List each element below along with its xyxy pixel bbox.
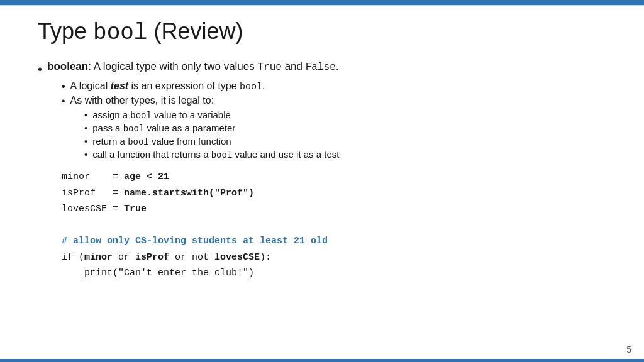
- code-print-line: print("Can't enter the club!"): [62, 265, 606, 282]
- main-bullet-boolean: • boolean: A logical type with only two …: [38, 60, 606, 77]
- sub-bullet-logical-test: • A logical test is an expression of typ…: [62, 80, 606, 92]
- subsub-dot: •: [84, 109, 87, 120]
- code-line-3: lovesCSE = True: [62, 201, 606, 217]
- sub-bullet-dot: •: [62, 81, 65, 92]
- main-bullet-text: boolean: A logical type with only two va…: [47, 60, 338, 73]
- page-number: 5: [626, 344, 631, 354]
- code-line-2: isProf = name.startswith("Prof"): [62, 185, 606, 202]
- subsub-dot-3: •: [84, 149, 87, 160]
- subsub-bullet-1: • pass a bool value as a parameter: [84, 123, 606, 134]
- title-code: bool: [93, 20, 147, 46]
- title-text-after: (Review): [147, 18, 243, 44]
- title-text-before: Type: [38, 18, 93, 44]
- code-comment: # allow only CS-loving students at least…: [62, 233, 606, 250]
- subsub-dot-1: •: [84, 123, 87, 133]
- sub-bullet-dot-2: •: [62, 96, 65, 107]
- false-code: False: [306, 62, 336, 73]
- subsub-bullet-0: • assign a bool value to a variable: [84, 109, 606, 121]
- true-code: True: [258, 62, 282, 73]
- code-block: minor = age < 21 isProf = name.startswit…: [62, 169, 606, 282]
- sub-bullet-other-types: • As with other types, it is legal to:: [62, 95, 606, 107]
- subsub-bullet-3: • call a function that returns a bool va…: [84, 149, 606, 160]
- code-line-1: minor = age < 21: [62, 169, 606, 185]
- top-bar: [0, 0, 644, 5]
- bullet-dot: •: [38, 62, 42, 77]
- subsub-dot-2: •: [84, 136, 87, 146]
- subsub-bullet-2: • return a bool value from function: [84, 136, 606, 147]
- slide-title: Type bool (Review): [38, 18, 606, 47]
- main-content: Type bool (Review) • boolean: A logical …: [0, 6, 644, 288]
- sub-bullets: • A logical test is an expression of typ…: [62, 80, 606, 160]
- code-if-line: if (minor or isProf or not lovesCSE):: [62, 250, 606, 266]
- bottom-bar: [0, 359, 644, 362]
- sub-sub-bullets: • assign a bool value to a variable • pa…: [84, 109, 606, 160]
- boolean-label: boolean: [47, 60, 88, 72]
